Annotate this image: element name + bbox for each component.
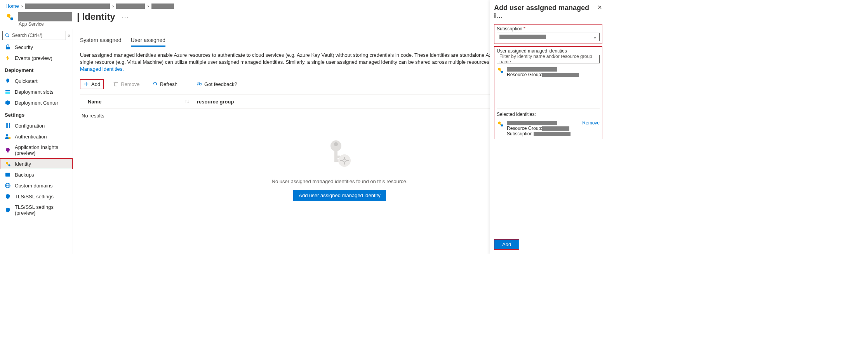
sidebar: Search (Ctrl+/) « Security Events (previ… xyxy=(0,29,73,254)
feedback-icon xyxy=(197,81,202,87)
rocket-icon xyxy=(5,78,11,84)
svg-point-30 xyxy=(334,142,338,146)
chevron-right-icon: › xyxy=(112,3,114,9)
sidebar-item-tls-ssl-preview[interactable]: TLS/SSL settings (preview) xyxy=(0,202,73,218)
svg-rect-14 xyxy=(7,151,9,152)
tab-user-assigned[interactable]: User assigned xyxy=(131,35,166,47)
column-name[interactable]: Name xyxy=(80,99,185,105)
flyout-footer: Add xyxy=(494,239,602,250)
trash-icon xyxy=(113,81,118,87)
collapse-sidebar-button[interactable]: « xyxy=(68,33,70,38)
subscription-value-redacted xyxy=(499,35,546,39)
svg-point-40 xyxy=(501,124,503,127)
subscription-label: Subscription* xyxy=(497,26,600,32)
bulb-icon xyxy=(5,147,11,153)
svg-point-17 xyxy=(9,164,10,166)
lightning-icon xyxy=(5,55,11,61)
key-resource-icon xyxy=(5,12,14,21)
svg-rect-5 xyxy=(6,47,10,49)
svg-point-27 xyxy=(198,82,199,84)
backup-icon xyxy=(5,172,11,178)
svg-rect-32 xyxy=(334,156,340,158)
remove-button: Remove xyxy=(110,80,143,89)
plus-icon xyxy=(83,81,89,87)
sidebar-item-custom-domains[interactable]: Custom domains xyxy=(0,180,73,191)
svg-point-3 xyxy=(6,34,9,37)
feedback-button[interactable]: Got feedback? xyxy=(193,80,240,89)
svg-point-2 xyxy=(10,18,13,20)
flyout-add-button[interactable]: Add xyxy=(494,240,519,249)
flyout-title: Add user assigned managed i… xyxy=(494,4,597,20)
sidebar-section-settings: Settings xyxy=(0,108,73,120)
identities-label: User assigned managed identities xyxy=(497,48,600,54)
breadcrumb-home[interactable]: Home xyxy=(5,3,19,9)
key-identity-icon xyxy=(497,66,504,74)
subscription-section-highlight: Subscription* ⌄ xyxy=(494,24,602,44)
refresh-button[interactable]: Refresh xyxy=(149,80,181,89)
sidebar-item-app-insights[interactable]: Application Insights (preview) xyxy=(0,142,73,158)
breadcrumb-redacted[interactable] xyxy=(151,4,174,9)
search-input[interactable]: Search (Ctrl+/) xyxy=(2,31,66,40)
add-button-highlight: Add xyxy=(494,239,519,250)
svg-rect-18 xyxy=(5,173,10,177)
sidebar-item-events[interactable]: Events (preview) xyxy=(0,52,73,63)
shield-icon xyxy=(5,193,11,200)
sidebar-item-security[interactable]: Security xyxy=(0,42,73,52)
empty-key-icon xyxy=(324,138,355,173)
svg-rect-24 xyxy=(115,83,117,86)
subscription-dropdown[interactable]: ⌄ xyxy=(497,33,600,41)
svg-rect-6 xyxy=(5,90,10,91)
person-lock-icon xyxy=(5,133,11,140)
sidebar-item-tls-ssl[interactable]: TLS/SSL settings xyxy=(0,191,73,202)
svg-point-37 xyxy=(501,71,503,73)
svg-rect-28 xyxy=(200,84,202,85)
sort-icon[interactable]: ↑↓ xyxy=(185,99,189,105)
sliders-icon xyxy=(5,122,11,129)
svg-line-4 xyxy=(8,36,9,37)
slots-icon xyxy=(5,89,11,95)
breadcrumb-redacted[interactable] xyxy=(25,4,110,9)
sidebar-item-identity[interactable]: Identity xyxy=(0,158,73,169)
chevron-right-icon: › xyxy=(147,3,149,9)
close-button[interactable]: ✕ xyxy=(597,4,602,11)
more-icon[interactable]: ⋯ xyxy=(122,12,129,21)
remove-identity-link[interactable]: Remove xyxy=(582,120,600,126)
shield-icon xyxy=(5,207,11,213)
identity-result-item[interactable]: Resource Group: xyxy=(497,66,600,78)
globe-icon xyxy=(5,182,11,189)
page-title: | Identity xyxy=(77,11,115,22)
chevron-down-icon: ⌄ xyxy=(593,34,597,40)
sidebar-section-deployment: Deployment xyxy=(0,63,73,75)
search-icon xyxy=(5,33,10,38)
cube-icon xyxy=(5,100,11,106)
identity-filter-input[interactable]: Filter by identity name and/or resource … xyxy=(497,55,600,63)
tab-system-assigned[interactable]: System assigned xyxy=(80,35,122,47)
sidebar-item-authentication[interactable]: Authentication xyxy=(0,131,73,142)
breadcrumb-redacted[interactable] xyxy=(116,4,145,9)
svg-rect-7 xyxy=(5,92,10,94)
add-button[interactable]: Add xyxy=(80,79,104,89)
resource-name-redacted xyxy=(18,12,72,21)
toolbar-separator xyxy=(187,80,187,88)
svg-point-13 xyxy=(6,148,10,152)
sidebar-item-quickstart[interactable]: Quickstart xyxy=(0,75,73,86)
identities-section-highlight: User assigned managed identities Filter … xyxy=(494,46,602,139)
sidebar-item-configuration[interactable]: Configuration xyxy=(0,120,73,131)
add-identity-button[interactable]: Add user assigned managed identity xyxy=(293,190,386,201)
chevron-right-icon: › xyxy=(21,3,23,9)
refresh-icon xyxy=(152,81,158,87)
selected-identities-label: Selected identities: xyxy=(497,112,600,117)
svg-rect-12 xyxy=(9,137,10,139)
key-identity-icon xyxy=(5,161,11,167)
selected-identity-item: Resource Group: Subscription: Remove xyxy=(497,120,600,136)
sidebar-item-deployment-center[interactable]: Deployment Center xyxy=(0,97,73,108)
sidebar-item-backups[interactable]: Backups xyxy=(0,169,73,180)
lock-icon xyxy=(5,44,11,50)
sidebar-item-deployment-slots[interactable]: Deployment slots xyxy=(0,86,73,97)
add-identity-flyout: Add user assigned managed i… ✕ Subscript… xyxy=(490,0,606,254)
svg-point-11 xyxy=(6,134,8,136)
empty-state-text: No user assigned managed identities foun… xyxy=(272,178,408,184)
identity-results-list: Resource Group: xyxy=(497,66,600,108)
key-identity-icon xyxy=(497,120,504,127)
